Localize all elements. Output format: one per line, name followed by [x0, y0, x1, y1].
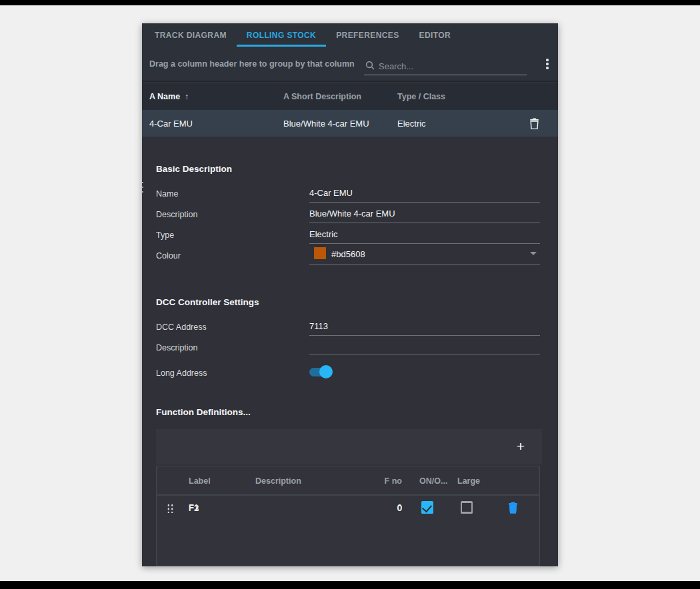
- cell-short-description: Blue/White 4-car EMU: [283, 110, 397, 137]
- fn-column-onoff[interactable]: ON/O...: [419, 466, 447, 495]
- table-row-selected[interactable]: 4-Car EMU Blue/White 4-car EMU Electric: [142, 110, 558, 137]
- function-grid-header: Label Description F no ON/O... Large: [157, 466, 539, 495]
- colour-value: #bd5608: [331, 249, 365, 259]
- search-input[interactable]: [379, 61, 527, 71]
- trash-icon: [508, 502, 518, 514]
- tab-label: PREFERENCES: [336, 31, 399, 40]
- tab-label: ROLLING STOCK: [247, 31, 316, 40]
- name-field[interactable]: 4-Car EMU: [309, 188, 540, 203]
- colour-field-label: Colour: [156, 251, 181, 261]
- search-box: [364, 57, 527, 75]
- sort-ascending-icon: ↑: [185, 92, 189, 101]
- type-field-label: Type: [156, 231, 174, 240]
- tab-label: TRACK DIAGRAM: [155, 31, 227, 40]
- fn-cell-label[interactable]: F3: [189, 496, 199, 520]
- column-header-name[interactable]: A Name ↑: [149, 83, 283, 110]
- tab-rolling-stock[interactable]: ROLLING STOCK: [237, 23, 326, 47]
- grid-toolbar: Drag a column header here to group by th…: [142, 47, 558, 82]
- section-title-function-definitions: Function Definitions...: [156, 407, 251, 417]
- tab-preferences[interactable]: PREFERENCES: [326, 23, 409, 47]
- name-field-label: Name: [156, 189, 178, 199]
- tab-editor[interactable]: EDITOR: [409, 23, 461, 47]
- detail-panel: Basic Description Name 4-Car EMU Descrip…: [142, 138, 558, 566]
- onoff-checkbox[interactable]: [421, 502, 433, 514]
- tab-track-diagram[interactable]: TRACK DIAGRAM: [145, 23, 237, 47]
- chevron-down-icon[interactable]: [530, 252, 537, 255]
- dcc-description-field[interactable]: [309, 342, 540, 354]
- colour-swatch: [314, 247, 326, 259]
- fn-column-fno[interactable]: F no: [377, 466, 402, 495]
- section-title-dcc-settings: DCC Controller Settings: [156, 297, 259, 307]
- tab-label: EDITOR: [419, 31, 451, 40]
- delete-row-button[interactable]: [528, 117, 540, 129]
- dcc-description-label: Description: [156, 343, 198, 352]
- fn-column-label[interactable]: Label: [189, 466, 211, 495]
- long-address-label: Long Address: [156, 368, 207, 378]
- panel-resize-grip[interactable]: [142, 182, 144, 193]
- description-field[interactable]: Blue/White 4-car EMU: [309, 209, 540, 223]
- cell-type-class: Electric: [397, 110, 511, 137]
- fn-cell-fno[interactable]: 0: [377, 496, 402, 520]
- dcc-address-label: DCC Address: [156, 322, 207, 332]
- top-black-bar: [0, 0, 700, 5]
- trash-icon: [529, 118, 539, 129]
- long-address-toggle[interactable]: [309, 365, 335, 378]
- cell-name: 4-Car EMU: [149, 110, 283, 137]
- colour-dropdown[interactable]: #bd5608: [309, 249, 540, 265]
- column-header-short-description[interactable]: A Short Description: [283, 83, 397, 110]
- search-icon: [365, 61, 375, 70]
- fn-column-description[interactable]: Description: [255, 466, 301, 495]
- description-field-label: Description: [156, 210, 198, 219]
- column-header-type-class[interactable]: Type / Class: [397, 83, 511, 110]
- function-grid: Label Description F no ON/O... Large F1 …: [156, 466, 540, 566]
- large-checkbox[interactable]: [461, 502, 473, 514]
- bottom-black-bar: [0, 581, 700, 589]
- grid-header-row: A Name ↑ A Short Description Type / Clas…: [142, 83, 558, 110]
- group-by-hint[interactable]: Drag a column header here to group by th…: [149, 59, 355, 69]
- dcc-address-field[interactable]: 7113: [309, 321, 540, 336]
- function-row-f3[interactable]: F3 0: [157, 495, 539, 520]
- drag-handle-icon[interactable]: [166, 503, 173, 513]
- screen: TRACK DIAGRAM ROLLING STOCK PREFERENCES …: [0, 0, 700, 589]
- add-function-button[interactable]: +: [512, 438, 529, 455]
- tab-bar: TRACK DIAGRAM ROLLING STOCK PREFERENCES …: [142, 23, 558, 47]
- kebab-menu-icon[interactable]: [541, 55, 554, 73]
- fn-column-large[interactable]: Large: [457, 466, 480, 495]
- toggle-thumb: [319, 365, 333, 378]
- app-window: TRACK DIAGRAM ROLLING STOCK PREFERENCES …: [142, 23, 558, 566]
- section-title-basic-description: Basic Description: [156, 164, 232, 174]
- function-grid-toolbar: +: [156, 429, 542, 464]
- type-field[interactable]: Electric: [309, 229, 540, 244]
- delete-function-button[interactable]: [508, 502, 519, 514]
